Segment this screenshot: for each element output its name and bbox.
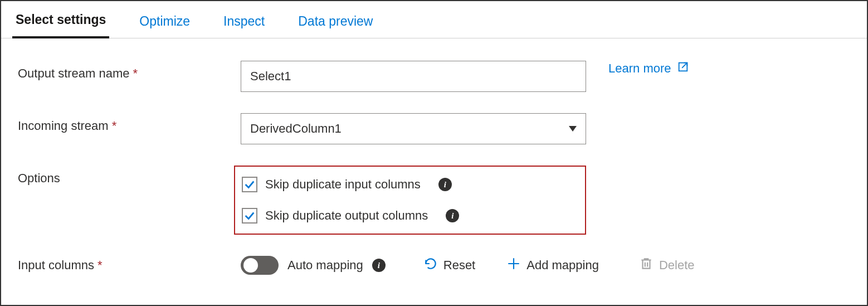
delete-button: Delete <box>639 256 695 274</box>
check-icon <box>243 210 256 222</box>
info-icon[interactable]: i <box>372 259 386 272</box>
options-label: Options <box>18 166 241 186</box>
chevron-down-icon <box>569 126 577 132</box>
required-marker: * <box>133 66 138 80</box>
required-marker: * <box>97 258 103 272</box>
tab-data-preview[interactable]: Data preview <box>295 3 376 38</box>
incoming-stream-select[interactable]: DerivedColumn1 <box>241 113 586 144</box>
label-skip-dup-input: Skip duplicate input columns <box>265 177 421 192</box>
row-output-stream: Output stream name* Learn more <box>18 61 850 92</box>
check-icon <box>243 178 256 191</box>
tab-optimize[interactable]: Optimize <box>136 3 193 38</box>
settings-form: Output stream name* Learn more Incoming … <box>1 38 867 275</box>
input-columns-label: Input columns* <box>18 258 241 273</box>
option-skip-dup-output: Skip duplicate output columns i <box>242 208 568 224</box>
auto-mapping-label: Auto mapping i <box>287 258 386 273</box>
required-marker: * <box>112 119 117 133</box>
trash-icon <box>639 256 654 274</box>
add-mapping-button[interactable]: Add mapping <box>506 256 599 274</box>
info-icon[interactable]: i <box>446 209 459 222</box>
toggle-knob <box>243 258 258 273</box>
tab-inspect[interactable]: Inspect <box>220 3 268 38</box>
incoming-stream-value: DerivedColumn1 <box>250 122 342 136</box>
reset-button[interactable]: Reset <box>423 256 475 274</box>
reset-icon <box>423 256 438 274</box>
tab-bar: Select settings Optimize Inspect Data pr… <box>1 1 867 38</box>
learn-more-link[interactable]: Learn more <box>608 61 689 76</box>
row-input-columns: Input columns* Auto mapping i Reset <box>18 256 850 275</box>
row-incoming-stream: Incoming stream* DerivedColumn1 <box>18 113 850 144</box>
option-skip-dup-input: Skip duplicate input columns i <box>242 177 568 192</box>
open-external-icon <box>677 61 689 76</box>
auto-mapping-toggle[interactable] <box>241 256 279 275</box>
checkbox-skip-dup-input[interactable] <box>242 177 257 192</box>
row-options: Options Skip duplicate input columns i S… <box>18 166 850 235</box>
output-stream-input[interactable] <box>241 61 586 92</box>
label-skip-dup-output: Skip duplicate output columns <box>265 208 428 223</box>
options-highlight-box: Skip duplicate input columns i Skip dupl… <box>234 166 586 235</box>
input-columns-toolbar: Auto mapping i Reset Add mapping <box>241 256 850 275</box>
output-stream-label: Output stream name* <box>18 61 241 81</box>
checkbox-skip-dup-output[interactable] <box>242 208 257 224</box>
incoming-stream-label: Incoming stream* <box>18 113 241 133</box>
info-icon[interactable]: i <box>438 178 452 191</box>
tab-select-settings[interactable]: Select settings <box>12 1 109 38</box>
output-stream-field <box>241 61 586 92</box>
plus-icon <box>506 256 521 274</box>
